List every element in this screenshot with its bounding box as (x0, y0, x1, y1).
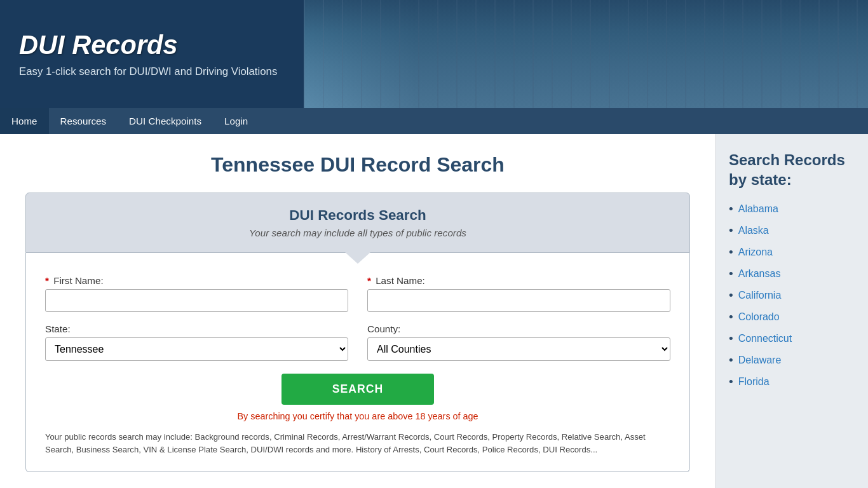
search-box-subtitle: Your search may include all types of pub… (40, 227, 675, 238)
county-select[interactable]: All Counties (367, 337, 670, 361)
county-group: County: All Counties (367, 323, 670, 361)
site-title: DUI Records (19, 30, 277, 60)
state-group: State: Tennessee (45, 323, 348, 361)
search-button[interactable]: SEARCH (281, 374, 434, 405)
sidebar: Search Records by state: AlabamaAlaskaAr… (715, 134, 868, 488)
county-label: County: (367, 323, 670, 334)
sidebar-state-item: Arizona (729, 245, 855, 259)
name-row: * First Name: * Last Name: (45, 275, 670, 312)
sidebar-state-link-florida[interactable]: Florida (738, 376, 770, 388)
sidebar-state-item: Florida (729, 375, 855, 389)
main-container: Tennessee DUI Record Search DUI Records … (0, 134, 868, 488)
sidebar-state-link-arkansas[interactable]: Arkansas (738, 268, 781, 280)
sidebar-title: Search Records by state: (729, 150, 855, 189)
content-area: Tennessee DUI Record Search DUI Records … (0, 134, 715, 488)
last-name-label: * Last Name: (367, 275, 670, 286)
search-box-title: DUI Records Search (40, 207, 675, 224)
last-name-required-star: * (367, 275, 371, 286)
sidebar-state-link-alabama[interactable]: Alabama (738, 203, 778, 215)
sidebar-state-link-alaska[interactable]: Alaska (738, 225, 769, 236)
last-name-group: * Last Name: (367, 275, 670, 312)
sidebar-state-item: Alabama (729, 202, 855, 216)
sidebar-state-link-arizona[interactable]: Arizona (738, 247, 773, 258)
site-header: DUI Records Easy 1-click search for DUI/… (0, 0, 868, 108)
state-list: AlabamaAlaskaArizonaArkansasCaliforniaCo… (729, 202, 855, 389)
sidebar-state-item: Connecticut (729, 332, 855, 346)
search-form-container: * First Name: * Last Name: State: (25, 253, 690, 472)
sidebar-state-item: Alaska (729, 224, 855, 238)
sidebar-state-link-connecticut[interactable]: Connecticut (738, 333, 792, 344)
first-name-label: * First Name: (45, 275, 348, 286)
first-name-group: * First Name: (45, 275, 348, 312)
sidebar-state-item: Arkansas (729, 267, 855, 281)
nav-resources[interactable]: Resources (49, 108, 118, 134)
disclaimer-text: Your public records search may include: … (45, 431, 670, 456)
location-row: State: Tennessee County: All Counties (45, 323, 670, 361)
search-button-container: SEARCH (45, 374, 670, 405)
nav-home[interactable]: Home (0, 108, 49, 134)
first-name-input[interactable] (45, 289, 348, 312)
age-notice: By searching you certify that you are ab… (45, 411, 670, 421)
nav-dui-checkpoints[interactable]: DUI Checkpoints (118, 108, 213, 134)
nav-login[interactable]: Login (213, 108, 259, 134)
header-text-block: DUI Records Easy 1-click search for DUI/… (19, 30, 277, 78)
sidebar-state-item: California (729, 288, 855, 302)
site-subtitle: Easy 1-click search for DUI/DWI and Driv… (19, 65, 277, 78)
sidebar-state-link-colorado[interactable]: Colorado (738, 311, 780, 323)
search-header-box: DUI Records Search Your search may inclu… (25, 193, 690, 253)
main-nav: Home Resources DUI Checkpoints Login (0, 108, 868, 134)
header-background-image (304, 0, 868, 108)
last-name-input[interactable] (367, 289, 670, 312)
state-label: State: (45, 323, 348, 334)
state-select[interactable]: Tennessee (45, 337, 348, 361)
sidebar-state-item: Colorado (729, 310, 855, 324)
page-title: Tennessee DUI Record Search (25, 153, 690, 177)
first-name-required-star: * (45, 275, 49, 286)
sidebar-state-link-delaware[interactable]: Delaware (738, 355, 782, 366)
sidebar-state-link-california[interactable]: California (738, 290, 782, 301)
sidebar-state-item: Delaware (729, 353, 855, 367)
